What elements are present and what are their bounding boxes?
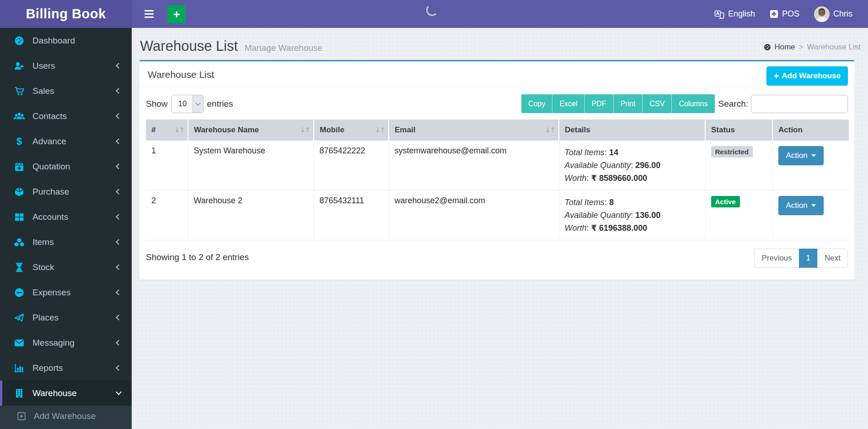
warehouse-list-panel: Warehouse List + Add Warehouse Show 10 e… [139,60,854,280]
user-menu[interactable]: Chris [807,0,860,28]
cart-icon [13,86,25,97]
sidebar-item-label: Warehouse [32,388,117,398]
paper-plane-icon [13,312,25,323]
page-length-value: 10 [172,95,193,113]
loading-spinner-icon [426,4,438,16]
envelope-icon [13,337,25,348]
plus-square-icon [770,10,778,18]
sidebar-item-messaging[interactable]: Messaging [0,330,132,355]
column-header-num[interactable]: #↓↑ [146,119,188,141]
print-button[interactable]: Print [614,94,643,113]
sidebar-toggle-button[interactable] [139,0,159,28]
breadcrumb: Home > Warehouse List [763,43,861,52]
sidebar-item-places[interactable]: Places [0,305,132,330]
csv-button[interactable]: CSV [643,94,672,113]
add-warehouse-button[interactable]: + Add Warehouse [766,66,848,86]
warehouse-submenu: Add Warehouse [0,406,132,429]
status-badge: Active [711,196,740,207]
show-label: Show [146,99,168,109]
cell-email: systemwarehouse@email.com [389,141,559,190]
chevron-left-icon [116,88,122,94]
quick-add-button[interactable]: + [167,5,186,23]
user-name: Chris [833,9,852,19]
language-menu[interactable]: English [707,0,762,28]
breadcrumb-home[interactable]: Home [763,43,795,52]
main-content: Warehouse List Manage Warehouse Home > W… [132,28,868,429]
caret-down-icon [811,154,816,157]
chevron-left-icon [116,138,122,144]
sidebar-item-label: Purchase [32,187,117,197]
cell-num: 2 [146,190,188,240]
chevron-left-icon [116,163,122,169]
cell-email: warehouse2@email.com [389,190,559,240]
cell-status: Restricted [705,141,772,190]
sidebar-item-label: Messaging [32,338,117,348]
sidebar-item-label: Advance [32,136,117,147]
chevron-left-icon [116,214,122,220]
page-length-select[interactable]: 10 [171,95,204,113]
sidebar-item-warehouse[interactable]: Warehouse [0,380,132,406]
sort-icon: ↓↑ [174,126,184,134]
column-header-mobile[interactable]: Mobile↓↑ [314,119,389,141]
sidebar-item-advance[interactable]: $ Advance [0,129,132,154]
sidebar-item-label: Sales [32,86,117,96]
column-header-email[interactable]: Email↓↑ [389,119,559,141]
sidebar-item-purchase[interactable]: Purchase [0,179,132,204]
excel-button[interactable]: Excel [552,94,584,113]
cell-details: Total Items: 14 Available Quantity: 296.… [559,141,705,190]
sidebar-item-dashboard[interactable]: Dashboard [0,28,132,53]
sidebar-subitem-add-warehouse[interactable]: Add Warehouse [0,406,132,427]
chevron-down-icon [116,389,122,395]
page-subtitle: Manage Warehouse [245,43,322,53]
cell-action: Action [772,141,849,190]
sidebar-item-reports[interactable]: Reports [0,355,132,380]
topbar: Billing Book + English [0,0,868,28]
sidebar-subitem-cutoff[interactable] [0,427,132,429]
home-gauge-icon [763,43,772,51]
cell-num: 1 [146,141,188,190]
search-label: Search: [718,99,748,109]
pos-button[interactable]: POS [762,0,807,28]
sidebar-item-sales[interactable]: Sales [0,78,132,103]
language-label: English [728,9,755,19]
action-dropdown-button[interactable]: Action [778,196,824,215]
sidebar-item-quotation[interactable]: Quotation [0,154,132,179]
column-header-name[interactable]: Warehouse Name↓↑ [188,119,314,141]
sort-icon: ↓↑ [545,126,555,134]
cubes-icon [13,237,25,248]
page-number-button[interactable]: 1 [799,249,818,268]
cell-status: Active [705,190,772,240]
sidebar-item-label: Items [32,237,117,247]
next-page-button[interactable]: Next [817,249,848,268]
cell-action: Action [772,190,849,240]
sidebar-item-expenses[interactable]: Expenses [0,280,132,305]
search-input[interactable] [751,95,848,113]
column-header-action: Action [772,119,849,141]
pdf-button[interactable]: PDF [585,94,614,113]
chevron-left-icon [116,340,122,346]
sidebar-item-users[interactable]: Users [0,53,132,78]
panel-title: Warehouse List [148,69,214,80]
chevron-left-icon [116,289,122,295]
brand-logo[interactable]: Billing Book [0,0,132,28]
cell-details: Total Items: 8 Available Quantity: 136.0… [559,190,705,240]
cell-mobile: 8765422222 [314,141,389,190]
chevron-left-icon [116,365,122,371]
status-badge: Restricted [711,146,753,157]
copy-button[interactable]: Copy [521,94,552,113]
sidebar-item-items[interactable]: Items [0,229,132,255]
sidebar-subitem-label: Add Warehouse [34,411,123,421]
warehouse-table: #↓↑ Warehouse Name↓↑ Mobile↓↑ Email↓↑ De… [146,119,849,240]
columns-button[interactable]: Columns [672,94,714,113]
caret-down-icon [811,204,816,207]
sidebar-item-contacts[interactable]: Contacts [0,103,132,129]
chevron-left-icon [116,113,122,119]
sidebar-item-stock[interactable]: Stock [0,255,132,280]
previous-page-button[interactable]: Previous [754,249,799,268]
calendar-plus-icon [13,161,25,172]
action-dropdown-button[interactable]: Action [778,146,824,165]
user-plus-icon [13,60,25,71]
sidebar-item-label: Quotation [32,162,117,172]
sidebar-item-accounts[interactable]: Accounts [0,204,132,229]
breadcrumb-separator: > [799,43,804,52]
